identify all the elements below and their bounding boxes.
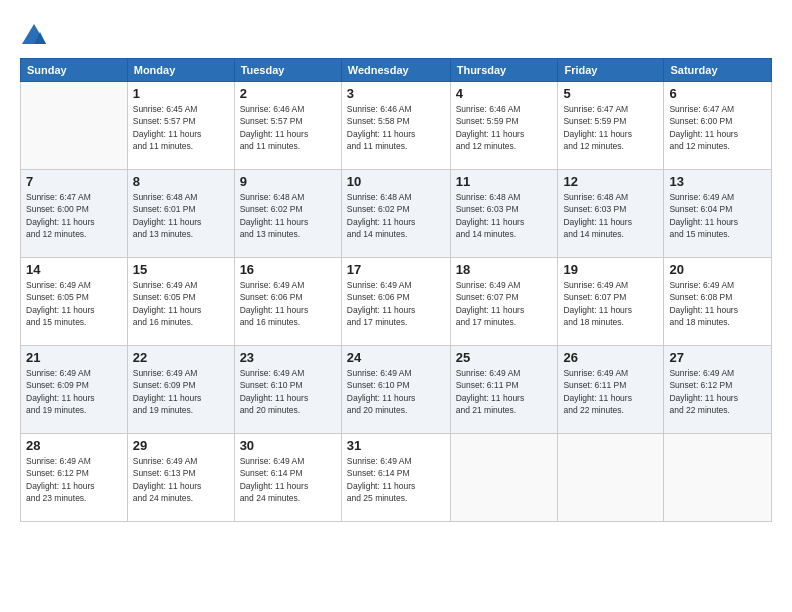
calendar-week-row: 14Sunrise: 6:49 AMSunset: 6:05 PMDayligh… bbox=[21, 258, 772, 346]
day-number: 27 bbox=[669, 350, 766, 365]
day-number: 31 bbox=[347, 438, 445, 453]
calendar-cell: 3Sunrise: 6:46 AMSunset: 5:58 PMDaylight… bbox=[341, 82, 450, 170]
calendar-cell: 16Sunrise: 6:49 AMSunset: 6:06 PMDayligh… bbox=[234, 258, 341, 346]
calendar-cell: 25Sunrise: 6:49 AMSunset: 6:11 PMDayligh… bbox=[450, 346, 558, 434]
calendar-week-row: 28Sunrise: 6:49 AMSunset: 6:12 PMDayligh… bbox=[21, 434, 772, 522]
calendar-week-row: 7Sunrise: 6:47 AMSunset: 6:00 PMDaylight… bbox=[21, 170, 772, 258]
day-number: 9 bbox=[240, 174, 336, 189]
day-info: Sunrise: 6:49 AMSunset: 6:12 PMDaylight:… bbox=[669, 367, 766, 416]
calendar-week-row: 21Sunrise: 6:49 AMSunset: 6:09 PMDayligh… bbox=[21, 346, 772, 434]
day-info: Sunrise: 6:47 AMSunset: 6:00 PMDaylight:… bbox=[669, 103, 766, 152]
day-number: 22 bbox=[133, 350, 229, 365]
day-info: Sunrise: 6:49 AMSunset: 6:08 PMDaylight:… bbox=[669, 279, 766, 328]
day-number: 15 bbox=[133, 262, 229, 277]
calendar-cell: 1Sunrise: 6:45 AMSunset: 5:57 PMDaylight… bbox=[127, 82, 234, 170]
calendar-cell: 18Sunrise: 6:49 AMSunset: 6:07 PMDayligh… bbox=[450, 258, 558, 346]
day-number: 6 bbox=[669, 86, 766, 101]
day-number: 28 bbox=[26, 438, 122, 453]
day-number: 21 bbox=[26, 350, 122, 365]
day-number: 17 bbox=[347, 262, 445, 277]
day-info: Sunrise: 6:49 AMSunset: 6:06 PMDaylight:… bbox=[347, 279, 445, 328]
calendar-table: SundayMondayTuesdayWednesdayThursdayFrid… bbox=[20, 58, 772, 522]
calendar-cell: 22Sunrise: 6:49 AMSunset: 6:09 PMDayligh… bbox=[127, 346, 234, 434]
logo bbox=[20, 22, 50, 50]
calendar-cell: 7Sunrise: 6:47 AMSunset: 6:00 PMDaylight… bbox=[21, 170, 128, 258]
calendar-cell: 8Sunrise: 6:48 AMSunset: 6:01 PMDaylight… bbox=[127, 170, 234, 258]
calendar-cell: 15Sunrise: 6:49 AMSunset: 6:05 PMDayligh… bbox=[127, 258, 234, 346]
calendar-cell bbox=[450, 434, 558, 522]
day-number: 13 bbox=[669, 174, 766, 189]
calendar-cell bbox=[664, 434, 772, 522]
calendar-cell: 10Sunrise: 6:48 AMSunset: 6:02 PMDayligh… bbox=[341, 170, 450, 258]
calendar-cell: 11Sunrise: 6:48 AMSunset: 6:03 PMDayligh… bbox=[450, 170, 558, 258]
day-info: Sunrise: 6:49 AMSunset: 6:05 PMDaylight:… bbox=[26, 279, 122, 328]
day-info: Sunrise: 6:46 AMSunset: 5:57 PMDaylight:… bbox=[240, 103, 336, 152]
day-number: 7 bbox=[26, 174, 122, 189]
calendar-cell: 21Sunrise: 6:49 AMSunset: 6:09 PMDayligh… bbox=[21, 346, 128, 434]
calendar-day-header: Thursday bbox=[450, 59, 558, 82]
day-number: 3 bbox=[347, 86, 445, 101]
calendar-cell: 20Sunrise: 6:49 AMSunset: 6:08 PMDayligh… bbox=[664, 258, 772, 346]
day-number: 23 bbox=[240, 350, 336, 365]
day-number: 8 bbox=[133, 174, 229, 189]
calendar-cell: 19Sunrise: 6:49 AMSunset: 6:07 PMDayligh… bbox=[558, 258, 664, 346]
day-number: 4 bbox=[456, 86, 553, 101]
calendar-cell bbox=[21, 82, 128, 170]
day-info: Sunrise: 6:49 AMSunset: 6:13 PMDaylight:… bbox=[133, 455, 229, 504]
day-info: Sunrise: 6:49 AMSunset: 6:10 PMDaylight:… bbox=[240, 367, 336, 416]
day-info: Sunrise: 6:49 AMSunset: 6:11 PMDaylight:… bbox=[563, 367, 658, 416]
calendar-cell bbox=[558, 434, 664, 522]
day-info: Sunrise: 6:49 AMSunset: 6:04 PMDaylight:… bbox=[669, 191, 766, 240]
day-number: 18 bbox=[456, 262, 553, 277]
calendar-header-row: SundayMondayTuesdayWednesdayThursdayFrid… bbox=[21, 59, 772, 82]
day-info: Sunrise: 6:49 AMSunset: 6:06 PMDaylight:… bbox=[240, 279, 336, 328]
day-number: 26 bbox=[563, 350, 658, 365]
page: SundayMondayTuesdayWednesdayThursdayFrid… bbox=[0, 0, 792, 612]
calendar-cell: 9Sunrise: 6:48 AMSunset: 6:02 PMDaylight… bbox=[234, 170, 341, 258]
day-number: 19 bbox=[563, 262, 658, 277]
day-number: 20 bbox=[669, 262, 766, 277]
calendar-cell: 29Sunrise: 6:49 AMSunset: 6:13 PMDayligh… bbox=[127, 434, 234, 522]
day-info: Sunrise: 6:49 AMSunset: 6:07 PMDaylight:… bbox=[456, 279, 553, 328]
day-info: Sunrise: 6:48 AMSunset: 6:02 PMDaylight:… bbox=[347, 191, 445, 240]
day-info: Sunrise: 6:49 AMSunset: 6:09 PMDaylight:… bbox=[26, 367, 122, 416]
day-number: 14 bbox=[26, 262, 122, 277]
day-info: Sunrise: 6:48 AMSunset: 6:02 PMDaylight:… bbox=[240, 191, 336, 240]
calendar-week-row: 1Sunrise: 6:45 AMSunset: 5:57 PMDaylight… bbox=[21, 82, 772, 170]
day-number: 1 bbox=[133, 86, 229, 101]
calendar-cell: 12Sunrise: 6:48 AMSunset: 6:03 PMDayligh… bbox=[558, 170, 664, 258]
day-number: 16 bbox=[240, 262, 336, 277]
day-info: Sunrise: 6:46 AMSunset: 5:58 PMDaylight:… bbox=[347, 103, 445, 152]
header bbox=[20, 18, 772, 50]
day-number: 10 bbox=[347, 174, 445, 189]
day-info: Sunrise: 6:49 AMSunset: 6:07 PMDaylight:… bbox=[563, 279, 658, 328]
day-info: Sunrise: 6:49 AMSunset: 6:05 PMDaylight:… bbox=[133, 279, 229, 328]
calendar-day-header: Monday bbox=[127, 59, 234, 82]
calendar-cell: 26Sunrise: 6:49 AMSunset: 6:11 PMDayligh… bbox=[558, 346, 664, 434]
calendar-cell: 28Sunrise: 6:49 AMSunset: 6:12 PMDayligh… bbox=[21, 434, 128, 522]
day-info: Sunrise: 6:48 AMSunset: 6:03 PMDaylight:… bbox=[456, 191, 553, 240]
day-info: Sunrise: 6:48 AMSunset: 6:03 PMDaylight:… bbox=[563, 191, 658, 240]
day-info: Sunrise: 6:47 AMSunset: 5:59 PMDaylight:… bbox=[563, 103, 658, 152]
day-info: Sunrise: 6:46 AMSunset: 5:59 PMDaylight:… bbox=[456, 103, 553, 152]
day-info: Sunrise: 6:48 AMSunset: 6:01 PMDaylight:… bbox=[133, 191, 229, 240]
calendar-cell: 4Sunrise: 6:46 AMSunset: 5:59 PMDaylight… bbox=[450, 82, 558, 170]
calendar-cell: 6Sunrise: 6:47 AMSunset: 6:00 PMDaylight… bbox=[664, 82, 772, 170]
day-info: Sunrise: 6:49 AMSunset: 6:14 PMDaylight:… bbox=[347, 455, 445, 504]
calendar-cell: 27Sunrise: 6:49 AMSunset: 6:12 PMDayligh… bbox=[664, 346, 772, 434]
calendar-cell: 5Sunrise: 6:47 AMSunset: 5:59 PMDaylight… bbox=[558, 82, 664, 170]
calendar-cell: 30Sunrise: 6:49 AMSunset: 6:14 PMDayligh… bbox=[234, 434, 341, 522]
calendar-day-header: Tuesday bbox=[234, 59, 341, 82]
day-info: Sunrise: 6:49 AMSunset: 6:09 PMDaylight:… bbox=[133, 367, 229, 416]
calendar-day-header: Friday bbox=[558, 59, 664, 82]
calendar-cell: 13Sunrise: 6:49 AMSunset: 6:04 PMDayligh… bbox=[664, 170, 772, 258]
day-number: 5 bbox=[563, 86, 658, 101]
calendar-cell: 24Sunrise: 6:49 AMSunset: 6:10 PMDayligh… bbox=[341, 346, 450, 434]
calendar-day-header: Saturday bbox=[664, 59, 772, 82]
day-info: Sunrise: 6:49 AMSunset: 6:12 PMDaylight:… bbox=[26, 455, 122, 504]
calendar-cell: 2Sunrise: 6:46 AMSunset: 5:57 PMDaylight… bbox=[234, 82, 341, 170]
day-number: 30 bbox=[240, 438, 336, 453]
day-info: Sunrise: 6:47 AMSunset: 6:00 PMDaylight:… bbox=[26, 191, 122, 240]
calendar-cell: 14Sunrise: 6:49 AMSunset: 6:05 PMDayligh… bbox=[21, 258, 128, 346]
day-number: 12 bbox=[563, 174, 658, 189]
